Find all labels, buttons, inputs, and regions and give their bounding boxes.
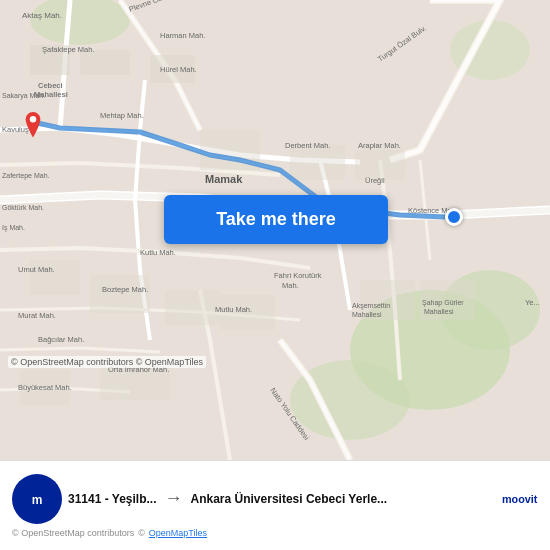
svg-text:Mahallesi: Mahallesi xyxy=(352,311,382,318)
svg-text:Harman Mah.: Harman Mah. xyxy=(160,31,205,40)
svg-text:Mahallesi: Mahallesi xyxy=(424,308,454,315)
svg-text:Hürel Mah.: Hürel Mah. xyxy=(160,65,197,74)
origin-pin xyxy=(22,112,44,134)
destination-dot xyxy=(445,208,463,226)
svg-text:Derbent Mah.: Derbent Mah. xyxy=(285,141,330,150)
svg-text:Mahallesi: Mahallesi xyxy=(34,90,68,99)
svg-text:moovit: moovit xyxy=(502,493,538,505)
svg-rect-9 xyxy=(200,130,260,170)
svg-text:Aktaş Mah.: Aktaş Mah. xyxy=(22,11,62,20)
map-container: Aktaş Mah. Şafaktepe Mah. Harman Mah. Hü… xyxy=(0,0,550,460)
svg-text:Şafaktepe Mah.: Şafaktepe Mah. xyxy=(42,45,95,54)
moovit-brand: moovit xyxy=(502,481,538,517)
svg-text:Mamak: Mamak xyxy=(205,173,243,185)
svg-text:Umut Mah.: Umut Mah. xyxy=(18,265,55,274)
svg-text:Mah.: Mah. xyxy=(282,281,299,290)
route-from: 31141 - Yeşilb... xyxy=(68,492,157,506)
svg-rect-10 xyxy=(290,145,345,180)
opentiles-link[interactable]: OpenMapTiles xyxy=(149,528,207,538)
bottom-bar: m 31141 - Yeşilb... → Ankara Üniversites… xyxy=(0,460,550,550)
svg-text:Ye...: Ye... xyxy=(525,298,540,307)
svg-text:Mutlu Mah.: Mutlu Mah. xyxy=(215,305,252,314)
map-attribution: © OpenStreetMap contributors © OpenMapTi… xyxy=(8,356,206,368)
svg-text:Fahri Korutürk: Fahri Korutürk xyxy=(274,271,322,280)
svg-text:Murat Mah.: Murat Mah. xyxy=(18,311,56,320)
svg-text:Iş Mah.: Iş Mah. xyxy=(2,224,25,232)
svg-point-56 xyxy=(30,116,36,122)
svg-text:Şahap Gürler: Şahap Gürler xyxy=(422,299,464,307)
svg-text:Cebeci: Cebeci xyxy=(38,81,63,90)
moovit-logo: m xyxy=(12,474,62,524)
svg-text:m: m xyxy=(32,493,43,507)
take-me-there-button[interactable]: Take me there xyxy=(164,195,388,244)
svg-text:Büyükesat Mah.: Büyükesat Mah. xyxy=(18,383,72,392)
svg-text:Bağcılar Mah.: Bağcılar Mah. xyxy=(38,335,84,344)
svg-text:Boztepe Mah.: Boztepe Mah. xyxy=(102,285,148,294)
route-info: 31141 - Yeşilb... → Ankara Üniversitesi … xyxy=(68,488,496,509)
svg-text:Mehtap Mah.: Mehtap Mah. xyxy=(100,111,144,120)
svg-text:Akşemsettin: Akşemsettin xyxy=(352,302,390,310)
route-to: Ankara Üniversitesi Cebeci Yerle... xyxy=(191,492,388,506)
copyright-row: © OpenStreetMap contributors © OpenMapTi… xyxy=(12,528,538,538)
svg-text:Göktürk Mah.: Göktürk Mah. xyxy=(2,204,44,211)
svg-text:Zafertepe Mah.: Zafertepe Mah. xyxy=(2,172,50,180)
route-arrow-icon: → xyxy=(165,488,183,509)
copyright-text: © OpenStreetMap contributors xyxy=(12,528,134,538)
svg-rect-13 xyxy=(90,275,150,313)
svg-rect-14 xyxy=(165,290,220,325)
svg-text:Araplar Mah.: Araplar Mah. xyxy=(358,141,401,150)
svg-text:Üreğil: Üreğil xyxy=(365,176,385,185)
svg-text:Kutlu Mah.: Kutlu Mah. xyxy=(140,248,176,257)
